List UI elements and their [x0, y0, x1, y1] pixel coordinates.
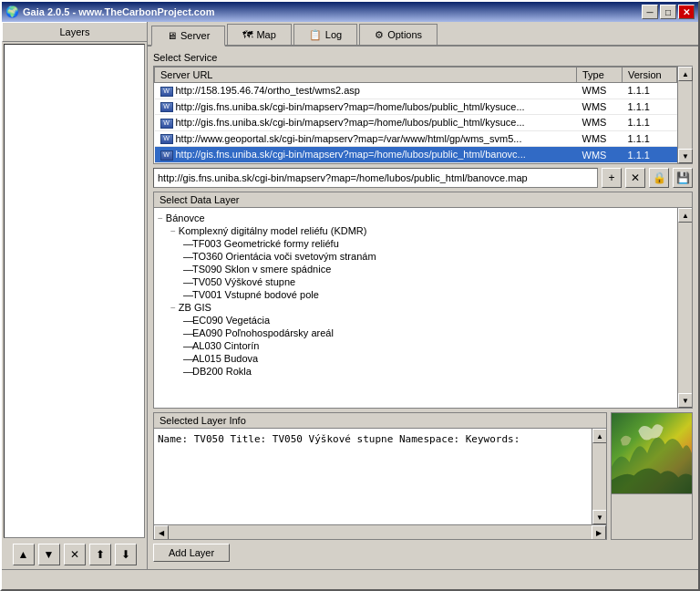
col-server-url: Server URL	[155, 67, 577, 83]
preview-panel	[611, 412, 693, 540]
tree-item-label: AL030 Cintorín	[192, 340, 259, 351]
data-layer-header: Select Data Layer	[154, 192, 692, 208]
move-up-button[interactable]: ▲	[13, 544, 35, 565]
status-bar	[2, 569, 698, 589]
tree-indent-spacer: —	[183, 340, 192, 351]
service-row[interactable]: Whttp://gis.fns.uniba.sk/cgi-bin/mapserv…	[155, 115, 692, 131]
select-service-label: Select Service	[153, 52, 693, 63]
service-row[interactable]: Whttp://www.geoportal.sk/cgi-bin/mapserv…	[155, 130, 692, 147]
tab-options[interactable]: ⚙ Options	[359, 24, 438, 45]
tree-indent-spacer: —	[183, 276, 192, 287]
tree-item[interactable]: − Komplexný digitálny model reliéfu (KDM…	[158, 224, 674, 237]
expand-icon[interactable]: −	[170, 303, 176, 313]
export-button[interactable]: ⬇	[115, 544, 137, 565]
layers-toolbar: ▲ ▼ ✕ ⬆ ⬇	[2, 540, 147, 569]
map-tab-icon: 🗺	[242, 29, 252, 40]
col-type: Type	[577, 67, 623, 83]
bottom-section: Selected Layer Info Name: TV050 Title: T…	[153, 412, 693, 540]
tree-item[interactable]: — AL015 Budova	[158, 352, 674, 365]
tab-server[interactable]: 🖥 Server	[151, 26, 225, 47]
scroll-up-btn[interactable]: ▲	[678, 67, 693, 81]
options-tab-icon: ⚙	[375, 29, 384, 41]
tree-item[interactable]: — TV050 Výškové stupne	[158, 275, 674, 288]
info-hscroll[interactable]: ◀ ▶	[154, 524, 606, 539]
service-table-container: Server URL Type Version Whttp://158.195.…	[153, 66, 693, 164]
url-add-button[interactable]: +	[602, 168, 622, 188]
import-button[interactable]: ⬆	[89, 544, 111, 565]
info-scroll-left[interactable]: ◀	[154, 525, 169, 540]
tab-map[interactable]: 🗺 Map	[227, 24, 291, 45]
tree-item[interactable]: — EC090 Vegetácia	[158, 314, 674, 327]
tree-item[interactable]: − Bánovce	[158, 212, 674, 224]
tree-item[interactable]: — TS090 Sklon v smere spádnice	[158, 263, 674, 275]
tree-item[interactable]: — TO360 Orientácia voči svetovým stranám	[158, 250, 674, 263]
server-url-cell: Whttp://www.geoportal.sk/cgi-bin/mapserv…	[155, 130, 577, 147]
app-title: Gaia 2.0.5 - www.TheCarbonProject.com	[23, 6, 214, 17]
url-remove-button[interactable]: ✕	[625, 168, 645, 188]
url-lock-button[interactable]: 🔒	[649, 168, 669, 188]
data-tree-scrollbar[interactable]: ▲ ▼	[677, 208, 692, 408]
info-panel-header: Selected Layer Info	[154, 413, 606, 429]
tab-log[interactable]: 📋 Log	[293, 24, 357, 45]
data-layer-section: Select Data Layer − Bánovce− Komplexný d…	[153, 192, 693, 409]
close-button[interactable]: ✕	[678, 5, 695, 19]
tree-item-label: DB200 Rokla	[192, 366, 252, 377]
tree-item-label: TV001 Vstupné bodové pole	[192, 289, 319, 300]
remove-layer-button[interactable]: ✕	[64, 544, 86, 565]
tree-indent-spacer: —	[183, 315, 192, 326]
info-scrollbar[interactable]: ▲ ▼	[592, 429, 606, 524]
tree-indent-spacer: —	[183, 327, 192, 338]
version-cell: 1.1.1	[623, 115, 677, 131]
version-cell: 1.1.1	[623, 98, 677, 115]
service-table: Server URL Type Version Whttp://158.195.…	[154, 67, 692, 163]
tree-item[interactable]: — TF003 Geometrické formy reliéfu	[158, 237, 674, 250]
tree-item[interactable]: — AL030 Cintorín	[158, 339, 674, 352]
service-row[interactable]: Whttp://gis.fns.uniba.sk/cgi-bin/mapserv…	[155, 147, 692, 163]
tree-indent-spacer: —	[183, 353, 192, 364]
info-scroll-right[interactable]: ▶	[592, 525, 606, 540]
preview-image	[612, 413, 692, 493]
service-row[interactable]: Whttp://158.195.46.74/ortho_test/wms2.as…	[155, 83, 692, 99]
tree-item[interactable]: — EA090 Poľnohospodársky areál	[158, 327, 674, 339]
data-tree[interactable]: − Bánovce− Komplexný digitálny model rel…	[154, 208, 677, 408]
type-cell: WMS	[577, 147, 623, 163]
type-cell: WMS	[577, 115, 623, 131]
tree-scroll-down[interactable]: ▼	[678, 393, 692, 408]
tab-bar: 🖥 Server 🗺 Map 📋 Log ⚙ Options	[148, 22, 698, 47]
maximize-button[interactable]: □	[660, 5, 676, 19]
type-cell: WMS	[577, 98, 623, 115]
title-bar: 🌍 Gaia 2.0.5 - www.TheCarbonProject.com …	[2, 2, 698, 22]
tree-item-label: Komplexný digitálny model reliéfu (KDMR)	[179, 225, 367, 236]
tree-item-label: ZB GIS	[179, 302, 211, 313]
tree-item[interactable]: − ZB GIS	[158, 301, 674, 314]
tree-item-label: AL015 Budova	[192, 353, 258, 364]
info-scroll-up[interactable]: ▲	[592, 429, 606, 443]
server-tab-icon: 🖥	[167, 30, 177, 41]
tree-item[interactable]: — TV001 Vstupné bodové pole	[158, 288, 674, 301]
url-input[interactable]	[153, 168, 598, 188]
scroll-down-btn[interactable]: ▼	[678, 149, 693, 163]
minimize-button[interactable]: ─	[642, 5, 658, 19]
tree-indent-spacer: —	[183, 238, 192, 249]
tree-indent-spacer: —	[183, 251, 192, 262]
expand-icon[interactable]: −	[170, 226, 176, 236]
version-cell: 1.1.1	[623, 130, 677, 147]
tree-scroll-up[interactable]: ▲	[678, 208, 692, 223]
url-save-button[interactable]: 💾	[673, 168, 693, 188]
expand-icon[interactable]: −	[158, 213, 163, 223]
tree-indent-spacer: —	[183, 264, 192, 275]
tree-item-label: TF003 Geometrické formy reliéfu	[192, 238, 339, 249]
url-bar: + ✕ 🔒 💾	[153, 168, 693, 188]
layers-header: Layers	[2, 22, 147, 42]
version-cell: 1.1.1	[623, 147, 677, 163]
server-url-cell: Whttp://158.195.46.74/ortho_test/wms2.as…	[155, 83, 577, 99]
tree-item[interactable]: — DB200 Rokla	[158, 365, 674, 378]
type-cell: WMS	[577, 130, 623, 147]
move-down-button[interactable]: ▼	[38, 544, 60, 565]
info-scroll-down[interactable]: ▼	[592, 510, 606, 524]
tree-item-label: TO360 Orientácia voči svetovým stranám	[192, 251, 376, 262]
layers-panel	[4, 44, 145, 538]
service-row[interactable]: Whttp://gis.fns.uniba.sk/cgi-bin/mapserv…	[155, 98, 692, 115]
add-layer-button[interactable]: Add Layer	[153, 544, 230, 562]
service-scrollbar[interactable]: ▲ ▼	[677, 67, 692, 163]
